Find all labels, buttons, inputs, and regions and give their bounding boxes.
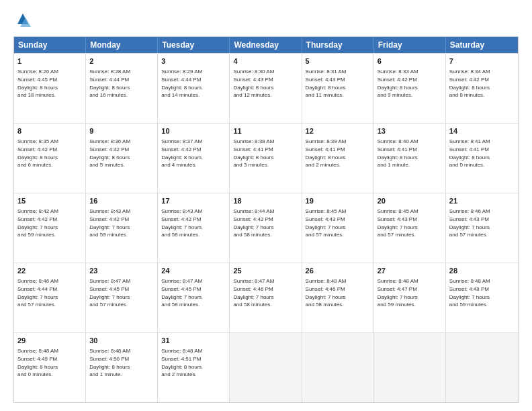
logo-icon <box>13 11 32 30</box>
cell-text: Sunrise: 8:34 AMSunset: 4:42 PMDaylight:… <box>449 68 515 99</box>
day-number: 31 <box>161 336 226 346</box>
day-number: 1 <box>17 56 82 66</box>
table-row: 15Sunrise: 8:42 AMSunset: 4:42 PMDayligh… <box>14 193 86 263</box>
day-number: 26 <box>306 266 370 276</box>
day-number: 10 <box>161 126 226 136</box>
cal-header-day-saturday: Saturday <box>446 37 518 53</box>
cal-week-2: 8Sunrise: 8:35 AMSunset: 4:42 PMDaylight… <box>14 123 518 193</box>
cal-week-3: 15Sunrise: 8:42 AMSunset: 4:42 PMDayligh… <box>14 193 518 263</box>
table-row <box>374 333 446 402</box>
table-row: 10Sunrise: 8:37 AMSunset: 4:42 PMDayligh… <box>158 124 230 193</box>
table-row: 8Sunrise: 8:35 AMSunset: 4:42 PMDaylight… <box>14 124 86 193</box>
table-row: 14Sunrise: 8:41 AMSunset: 4:41 PMDayligh… <box>446 124 518 193</box>
table-row: 22Sunrise: 8:46 AMSunset: 4:44 PMDayligh… <box>14 263 86 332</box>
cell-text: Sunrise: 8:33 AMSunset: 4:42 PMDaylight:… <box>378 68 442 99</box>
table-row: 31Sunrise: 8:48 AMSunset: 4:51 PMDayligh… <box>158 333 230 402</box>
table-row: 3Sunrise: 8:29 AMSunset: 4:44 PMDaylight… <box>158 54 230 123</box>
table-row: 18Sunrise: 8:44 AMSunset: 4:42 PMDayligh… <box>230 193 302 263</box>
table-row <box>230 333 302 402</box>
day-number: 21 <box>449 196 515 206</box>
day-number: 17 <box>161 196 226 206</box>
day-number: 7 <box>449 56 515 66</box>
day-number: 30 <box>89 336 154 346</box>
day-number: 18 <box>233 196 298 206</box>
cal-week-5: 29Sunrise: 8:48 AMSunset: 4:49 PMDayligh… <box>14 332 518 402</box>
table-row: 24Sunrise: 8:47 AMSunset: 4:45 PMDayligh… <box>158 263 230 332</box>
day-number: 4 <box>233 56 298 66</box>
table-row: 4Sunrise: 8:30 AMSunset: 4:43 PMDaylight… <box>230 54 302 123</box>
day-number: 12 <box>306 126 370 136</box>
cell-text: Sunrise: 8:47 AMSunset: 4:46 PMDaylight:… <box>233 277 298 308</box>
table-row: 7Sunrise: 8:34 AMSunset: 4:42 PMDaylight… <box>446 54 518 123</box>
table-row: 12Sunrise: 8:39 AMSunset: 4:41 PMDayligh… <box>302 124 374 193</box>
table-row: 19Sunrise: 8:45 AMSunset: 4:43 PMDayligh… <box>302 193 374 263</box>
cal-header-day-thursday: Thursday <box>302 37 374 53</box>
table-row: 21Sunrise: 8:46 AMSunset: 4:43 PMDayligh… <box>446 193 518 263</box>
cal-week-1: 1Sunrise: 8:26 AMSunset: 4:45 PMDaylight… <box>14 53 518 123</box>
day-number: 15 <box>17 196 82 206</box>
cell-text: Sunrise: 8:38 AMSunset: 4:41 PMDaylight:… <box>233 138 298 169</box>
table-row: 6Sunrise: 8:33 AMSunset: 4:42 PMDaylight… <box>374 54 446 123</box>
table-row: 11Sunrise: 8:38 AMSunset: 4:41 PMDayligh… <box>230 124 302 193</box>
day-number: 20 <box>378 196 442 206</box>
cell-text: Sunrise: 8:46 AMSunset: 4:43 PMDaylight:… <box>449 208 515 238</box>
calendar-body: 1Sunrise: 8:26 AMSunset: 4:45 PMDaylight… <box>14 53 518 402</box>
table-row: 30Sunrise: 8:48 AMSunset: 4:50 PMDayligh… <box>86 333 158 402</box>
cell-text: Sunrise: 8:42 AMSunset: 4:42 PMDaylight:… <box>17 208 82 238</box>
table-row: 9Sunrise: 8:36 AMSunset: 4:42 PMDaylight… <box>86 124 158 193</box>
cell-text: Sunrise: 8:47 AMSunset: 4:45 PMDaylight:… <box>161 277 226 308</box>
cell-text: Sunrise: 8:36 AMSunset: 4:42 PMDaylight:… <box>89 138 154 169</box>
cell-text: Sunrise: 8:44 AMSunset: 4:42 PMDaylight:… <box>233 208 298 238</box>
day-number: 13 <box>378 126 442 136</box>
day-number: 2 <box>89 56 154 66</box>
cell-text: Sunrise: 8:41 AMSunset: 4:41 PMDaylight:… <box>449 138 515 169</box>
cell-text: Sunrise: 8:40 AMSunset: 4:41 PMDaylight:… <box>378 138 442 169</box>
table-row: 25Sunrise: 8:47 AMSunset: 4:46 PMDayligh… <box>230 263 302 332</box>
cell-text: Sunrise: 8:39 AMSunset: 4:41 PMDaylight:… <box>306 138 370 169</box>
table-row: 23Sunrise: 8:47 AMSunset: 4:45 PMDayligh… <box>86 263 158 332</box>
page: SundayMondayTuesdayWednesdayThursdayFrid… <box>0 0 532 411</box>
cell-text: Sunrise: 8:30 AMSunset: 4:43 PMDaylight:… <box>233 68 298 99</box>
table-row: 27Sunrise: 8:48 AMSunset: 4:47 PMDayligh… <box>374 263 446 332</box>
cell-text: Sunrise: 8:26 AMSunset: 4:45 PMDaylight:… <box>17 68 82 99</box>
table-row: 17Sunrise: 8:43 AMSunset: 4:42 PMDayligh… <box>158 193 230 263</box>
cell-text: Sunrise: 8:29 AMSunset: 4:44 PMDaylight:… <box>161 68 226 99</box>
cell-text: Sunrise: 8:46 AMSunset: 4:44 PMDaylight:… <box>17 277 82 308</box>
day-number: 5 <box>306 56 370 66</box>
table-row: 29Sunrise: 8:48 AMSunset: 4:49 PMDayligh… <box>14 333 86 402</box>
cal-header-day-friday: Friday <box>374 37 446 53</box>
cell-text: Sunrise: 8:43 AMSunset: 4:42 PMDaylight:… <box>89 208 154 238</box>
logo <box>13 11 35 30</box>
day-number: 25 <box>233 266 298 276</box>
table-row <box>446 333 518 402</box>
cell-text: Sunrise: 8:48 AMSunset: 4:46 PMDaylight:… <box>306 277 370 308</box>
table-row: 2Sunrise: 8:28 AMSunset: 4:44 PMDaylight… <box>86 54 158 123</box>
day-number: 22 <box>17 266 82 276</box>
table-row: 20Sunrise: 8:45 AMSunset: 4:43 PMDayligh… <box>374 193 446 263</box>
cell-text: Sunrise: 8:45 AMSunset: 4:43 PMDaylight:… <box>378 208 442 238</box>
cal-header-day-wednesday: Wednesday <box>230 37 302 53</box>
table-row: 13Sunrise: 8:40 AMSunset: 4:41 PMDayligh… <box>374 124 446 193</box>
day-number: 27 <box>378 266 442 276</box>
day-number: 19 <box>306 196 370 206</box>
day-number: 29 <box>17 336 82 346</box>
table-row <box>302 333 374 402</box>
header <box>13 11 519 30</box>
table-row: 1Sunrise: 8:26 AMSunset: 4:45 PMDaylight… <box>14 54 86 123</box>
day-number: 6 <box>378 56 442 66</box>
day-number: 14 <box>449 126 515 136</box>
table-row: 28Sunrise: 8:48 AMSunset: 4:48 PMDayligh… <box>446 263 518 332</box>
day-number: 9 <box>89 126 154 136</box>
cell-text: Sunrise: 8:48 AMSunset: 4:49 PMDaylight:… <box>17 347 82 378</box>
cal-header-day-monday: Monday <box>86 37 158 53</box>
cell-text: Sunrise: 8:35 AMSunset: 4:42 PMDaylight:… <box>17 138 82 169</box>
cell-text: Sunrise: 8:47 AMSunset: 4:45 PMDaylight:… <box>89 277 154 308</box>
cal-header-day-sunday: Sunday <box>14 37 86 53</box>
cell-text: Sunrise: 8:48 AMSunset: 4:47 PMDaylight:… <box>378 277 442 308</box>
cell-text: Sunrise: 8:45 AMSunset: 4:43 PMDaylight:… <box>306 208 370 238</box>
calendar-header: SundayMondayTuesdayWednesdayThursdayFrid… <box>14 37 518 53</box>
cell-text: Sunrise: 8:48 AMSunset: 4:50 PMDaylight:… <box>89 347 154 378</box>
cell-text: Sunrise: 8:48 AMSunset: 4:48 PMDaylight:… <box>449 277 515 308</box>
calendar: SundayMondayTuesdayWednesdayThursdayFrid… <box>13 36 519 403</box>
cell-text: Sunrise: 8:28 AMSunset: 4:44 PMDaylight:… <box>89 68 154 99</box>
